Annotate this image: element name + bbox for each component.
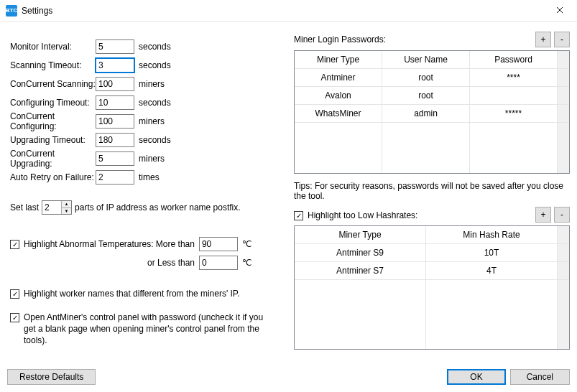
highlight-worker-label: Highlight worker names that different fr… [24, 289, 240, 299]
hashrate-remove-button[interactable]: - [554, 207, 570, 223]
concurrent-scanning-label: ConCurrent Scanning: [7, 79, 96, 89]
highlight-worker-checkbox[interactable] [10, 289, 19, 299]
monitor-interval-label: Monitor Interval: [7, 42, 96, 52]
login-cell[interactable]: Avalon [295, 87, 382, 105]
login-add-button[interactable]: + [535, 32, 551, 47]
configuring-timeout-unit: seconds [139, 98, 171, 108]
set-last-pre: Set last [10, 202, 39, 213]
concurrent-configuring-label: ConCurrent Configuring: [7, 111, 96, 131]
concurrent-upgrading-label: ConCurrent Upgrading: [7, 149, 96, 169]
app-icon: BTC [6, 5, 17, 17]
titlebar: BTC Settings [0, 0, 577, 22]
table-row: Antminer S9 10T [295, 244, 569, 262]
set-last-input[interactable] [42, 201, 61, 214]
concurrent-upgrading-unit: miners [139, 154, 165, 164]
scrollbar[interactable] [558, 51, 569, 69]
window-title: Settings [22, 6, 52, 16]
scrollbar[interactable] [558, 226, 569, 244]
table-row: Antminer root **** [295, 69, 569, 87]
temp-more-input[interactable] [199, 237, 238, 251]
hash-hdr-min: Min Hash Rate [426, 226, 558, 244]
cancel-button[interactable]: Cancel [510, 369, 570, 385]
highlight-temp-checkbox[interactable] [10, 240, 19, 249]
concurrent-configuring-unit: miners [139, 116, 165, 126]
spin-down-icon[interactable]: ▼ [61, 208, 71, 215]
table-row: Antminer S7 4T [295, 262, 569, 280]
login-cell[interactable]: root [382, 69, 470, 87]
hashrate-add-button[interactable]: + [535, 207, 551, 223]
hash-cell[interactable]: Antminer S7 [295, 262, 426, 280]
deg-c-2: ℃ [242, 258, 251, 268]
concurrent-scanning-input[interactable] [96, 77, 134, 91]
monitor-interval-unit: seconds [139, 42, 171, 52]
table-row: Avalon root [295, 87, 569, 105]
scanning-timeout-label: Scanning Timeout: [7, 60, 96, 70]
highlight-hashrate-label: Highlight too Low Hashrates: [308, 210, 417, 220]
table-empty [295, 123, 569, 173]
spin-up-icon[interactable]: ▲ [61, 201, 71, 208]
ok-button[interactable]: OK [447, 369, 505, 385]
highlight-hashrate-checkbox[interactable] [294, 211, 303, 220]
upgrading-timeout-input[interactable] [96, 133, 134, 147]
or-less-label: or Less than [147, 258, 195, 268]
hash-cell[interactable]: 4T [426, 262, 558, 280]
login-cell[interactable]: root [382, 87, 470, 105]
login-hdr-user: User Name [382, 51, 470, 69]
login-cell[interactable]: Antminer [295, 69, 382, 87]
configuring-timeout-input[interactable] [96, 95, 134, 110]
close-icon[interactable] [545, 0, 574, 20]
concurrent-scanning-unit: miners [139, 79, 165, 89]
highlight-temp-label: Highlight Abnormal Temperatures: More th… [24, 239, 195, 249]
login-table[interactable]: Miner Type User Name Password Antminer r… [294, 50, 570, 174]
auto-retry-input[interactable] [96, 170, 134, 185]
open-panel-label: Open AntMiner's control panel with passw… [24, 312, 275, 347]
configuring-timeout-label: Configuring Timeout: [7, 98, 96, 108]
auto-retry-label: Auto Retry on Failure: [7, 172, 96, 182]
login-cell[interactable]: WhatsMiner [295, 105, 382, 123]
hash-cell[interactable]: Antminer S9 [295, 244, 426, 262]
set-last-spinner[interactable]: ▲ ▼ [42, 200, 72, 215]
login-cell[interactable]: **** [470, 69, 558, 87]
open-panel-checkbox[interactable] [10, 313, 19, 322]
set-last-post: parts of IP address as worker name postf… [75, 202, 241, 213]
upgrading-timeout-label: Upgrading Timeout: [7, 135, 96, 145]
tips-text: Tips: For security reasons, passwords wi… [294, 181, 570, 201]
login-hdr-pass: Password [470, 51, 558, 69]
auto-retry-unit: times [139, 172, 160, 182]
hash-hdr-type: Miner Type [295, 226, 426, 244]
concurrent-upgrading-input[interactable] [96, 151, 134, 166]
login-cell[interactable]: admin [382, 105, 470, 123]
login-remove-button[interactable]: - [554, 32, 570, 47]
monitor-interval-input[interactable] [96, 39, 134, 54]
login-passwords-label: Miner Login Passwords: [294, 34, 386, 45]
restore-defaults-button[interactable]: Restore Defaults [7, 369, 96, 385]
table-row: WhatsMiner admin ***** [295, 105, 569, 123]
deg-c-1: ℃ [242, 239, 251, 249]
scanning-timeout-unit: seconds [139, 60, 171, 70]
login-cell[interactable] [470, 87, 558, 105]
temp-less-input[interactable] [199, 256, 238, 270]
login-hdr-type: Miner Type [295, 51, 382, 69]
hashrate-table[interactable]: Miner Type Min Hash Rate Antminer S9 10T… [294, 225, 570, 350]
concurrent-configuring-input[interactable] [96, 114, 134, 129]
scanning-timeout-input[interactable] [96, 58, 134, 73]
hash-cell[interactable]: 10T [426, 244, 558, 262]
table-empty [295, 280, 569, 349]
upgrading-timeout-unit: seconds [139, 135, 171, 145]
login-cell[interactable]: ***** [470, 105, 558, 123]
